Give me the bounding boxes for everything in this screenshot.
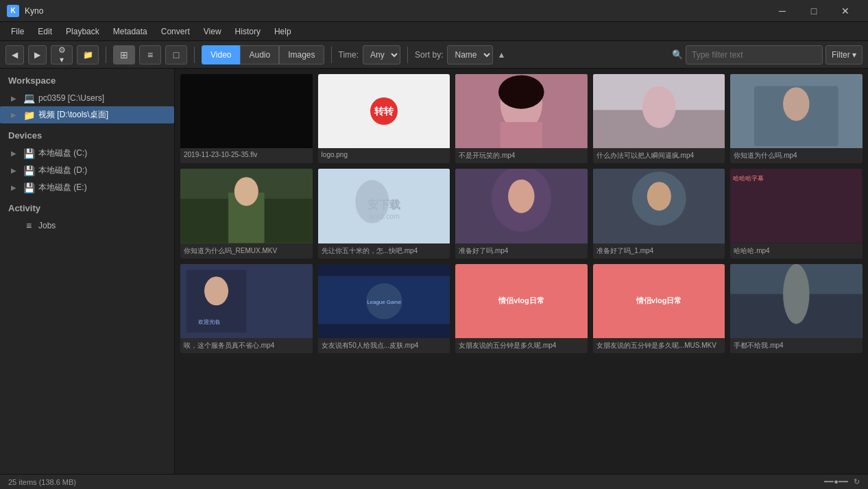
sidebar-item-drive-e[interactable]: ▶ 💾 本地磁盘 (E:) (0, 179, 174, 196)
media-item[interactable]: 准备好了吗.mp4 (455, 169, 588, 258)
svg-point-22 (508, 180, 535, 213)
svg-point-31 (204, 276, 228, 305)
workspace-section-header: Workspace (0, 69, 174, 90)
sidebar-item-drive-c[interactable]: ▶ 💾 本地磁盘 (C:) (0, 145, 174, 162)
menubar: File Edit Playback Metadata Convert View… (0, 22, 868, 41)
media-item[interactable]: 转转 logo.png (318, 74, 450, 163)
menu-convert[interactable]: Convert (156, 25, 195, 38)
devices-section-header: Devices (0, 123, 174, 145)
media-item[interactable]: 你知道为什么吗_REMUX.MKV (180, 169, 313, 258)
sidebar-item-jobs[interactable]: ▶ ≡ Jobs (0, 217, 174, 234)
sidebar-item-label: Jobs (38, 221, 56, 230)
drive-icon: 💾 (23, 148, 34, 159)
toolbar-separator-3 (331, 47, 332, 63)
sort-by-label: Sort by: (415, 50, 443, 60)
arrow-icon: ▶ (11, 167, 19, 174)
sidebar-item-label: 本地磁盘 (D:) (38, 165, 87, 176)
activity-section-header: Activity (0, 196, 174, 217)
filter-images-button[interactable]: Images (279, 45, 324, 64)
sidebar-item-pc0359[interactable]: ▶ 💻 pc0359 [C:\Users] (0, 90, 174, 106)
media-item[interactable]: 2019-11-23-10-25-35.flv (180, 74, 313, 163)
sidebar-item-label: 本地磁盘 (C:) (38, 147, 87, 159)
filter-video-button[interactable]: Video (202, 45, 240, 64)
media-filename: 女朋友说的五分钟是多久呢.mp4 (455, 338, 588, 353)
arrow-icon: ▶ (11, 95, 19, 102)
maximize-button[interactable]: □ (798, 0, 830, 22)
media-item[interactable]: 不是开玩笑的.mp4 (455, 74, 588, 163)
thumbnail: 哈哈哈字幕 (730, 169, 863, 243)
jobs-icon: ≡ (23, 220, 34, 231)
close-button[interactable]: ✕ (830, 0, 861, 22)
toolbar-separator-1 (106, 47, 106, 63)
menu-file[interactable]: File (5, 25, 29, 38)
media-grid: 2019-11-23-10-25-35.flv 转转 logo.png (180, 74, 863, 353)
vlog-text: 情侣vlog日常 (498, 296, 544, 306)
media-item[interactable]: 准备好了吗_1.mp4 (593, 169, 725, 258)
statusbar: 25 items (138.6 MB) ━━●━━ ↻ (0, 474, 868, 489)
media-filename: 你知道为什么吗_REMUX.MKV (180, 243, 313, 259)
menu-playback[interactable]: Playback (60, 25, 105, 38)
svg-point-39 (783, 264, 810, 324)
filter-dropdown-button[interactable]: Filter ▾ (825, 45, 863, 64)
search-box: 🔍 Filter ▾ (672, 45, 863, 64)
search-icon: 🔍 (672, 49, 683, 60)
sidebar-item-videos[interactable]: ▶ 📁 视频 [D:\tools\桌面] (0, 106, 174, 123)
menu-metadata[interactable]: Metadata (108, 25, 153, 38)
thumbnail: 安下载 anxz.com (318, 169, 450, 243)
logo-inner: 转转 (370, 97, 398, 125)
thumbnail (730, 264, 863, 338)
titlebar-controls: ─ □ ✕ (767, 0, 861, 22)
back-button[interactable]: ◀ (5, 45, 24, 64)
titlebar: K Kyno ─ □ ✕ (0, 0, 868, 22)
refresh-icon[interactable]: ↻ (854, 477, 860, 486)
media-filename: 2019-11-23-10-25-35.flv (180, 148, 313, 161)
media-item[interactable]: 哈哈哈字幕 哈哈哈.mp4 (730, 169, 863, 258)
minimize-button[interactable]: ─ (767, 0, 798, 22)
media-filename: 准备好了吗_1.mp4 (593, 243, 725, 259)
media-item[interactable]: 情侣vlog日常 女朋友说的五分钟是多久呢...MUS.MKV (593, 264, 725, 353)
media-item[interactable]: 欢迎光临 唉，这个服务员真不省心.mp4 (180, 264, 313, 353)
app-title: Kyno (25, 6, 43, 16)
view-grid-button[interactable]: ⊞ (113, 45, 135, 64)
thumbnail: 情侣vlog日常 (593, 264, 725, 338)
thumbnail (180, 74, 313, 148)
menu-view[interactable]: View (198, 25, 227, 38)
svg-point-11 (783, 87, 810, 121)
arrow-icon: ▶ (11, 111, 19, 119)
svg-text:League Game: League Game (367, 298, 401, 305)
svg-point-15 (234, 177, 258, 206)
view-single-button[interactable]: □ (165, 45, 187, 64)
titlebar-left: K Kyno (7, 5, 43, 17)
open-folder-button[interactable]: 📁 (77, 45, 99, 64)
thumbnail: League Game (318, 264, 450, 338)
toolbar-separator-2 (194, 47, 195, 63)
search-input[interactable] (686, 45, 823, 64)
media-item[interactable]: 情侣vlog日常 女朋友说的五分钟是多久呢.mp4 (455, 264, 588, 353)
sort-direction-icon[interactable]: ▲ (497, 50, 505, 60)
time-select[interactable]: Any (363, 45, 400, 64)
view-list-button[interactable]: ≡ (139, 45, 161, 64)
menu-history[interactable]: History (230, 25, 266, 38)
menu-help[interactable]: Help (269, 25, 297, 38)
media-item[interactable]: 什么办法可以把人瞬间逼疯.mp4 (593, 74, 725, 163)
vlog-text: 情侣vlog日常 (636, 296, 682, 306)
media-item[interactable]: 你知道为什么吗.mp4 (730, 74, 863, 163)
media-item[interactable]: 手都不给我.mp4 (730, 264, 863, 353)
media-filename: 女友说有50人给我点...皮肤.mp4 (318, 338, 450, 353)
items-info: 25 items (138.6 MB) (8, 478, 76, 486)
main-layout: Workspace ▶ 💻 pc0359 [C:\Users] ▶ 📁 视频 [… (0, 69, 868, 474)
toolbar: ◀ ▶ ⚙ ▾ 📁 ⊞ ≡ □ Video Audio Images Time:… (0, 41, 868, 69)
sidebar-item-label: 本地磁盘 (E:) (38, 182, 87, 193)
forward-button[interactable]: ▶ (28, 45, 47, 64)
filter-audio-button[interactable]: Audio (240, 45, 279, 64)
menu-edit[interactable]: Edit (32, 25, 58, 38)
thumbnail: 欢迎光临 (180, 264, 313, 338)
media-type-filter: Video Audio Images (202, 45, 324, 64)
svg-point-8 (642, 86, 676, 128)
media-filename: logo.png (318, 148, 450, 161)
sidebar-item-drive-d[interactable]: ▶ 💾 本地磁盘 (D:) (0, 162, 174, 179)
media-item[interactable]: 安下载 anxz.com 先让你五十米的，怎...快吧.mp4 (318, 169, 450, 258)
settings-button[interactable]: ⚙ ▾ (51, 45, 73, 64)
media-item[interactable]: League Game 女友说有50人给我点...皮肤.mp4 (318, 264, 450, 353)
sort-select[interactable]: Name (447, 45, 493, 64)
